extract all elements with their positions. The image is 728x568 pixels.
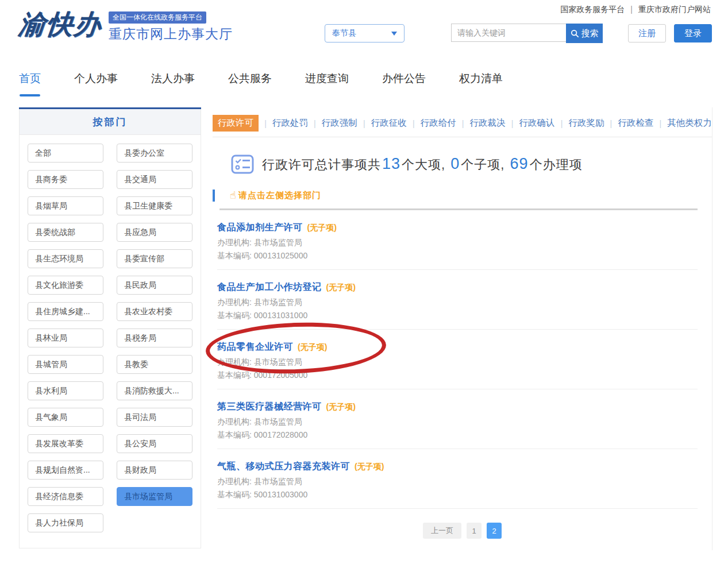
pagination-page-1[interactable]: 1 <box>467 523 482 539</box>
dept-button-9[interactable]: 县委宣传部 <box>117 249 192 268</box>
nav-item-2[interactable]: 法人办事 <box>151 71 195 88</box>
link-national-platform[interactable]: 国家政务服务平台 <box>560 5 625 14</box>
tab-separator <box>660 119 662 128</box>
dept-button-20[interactable]: 县气象局 <box>28 408 103 427</box>
tab-separator <box>314 119 316 128</box>
service-title-link[interactable]: 食品生产加工小作坊登记 <box>217 282 322 292</box>
service-item-2: 药品零售企业许可(无子项)办理机构: 县市场监管局基本编码: 000172005… <box>217 330 698 389</box>
dept-button-17[interactable]: 县教委 <box>117 355 192 374</box>
dept-button-7[interactable]: 县应急局 <box>117 223 192 242</box>
dept-button-23[interactable]: 县公安局 <box>117 434 192 453</box>
dept-button-16[interactable]: 县城管局 <box>28 355 103 374</box>
tab-1[interactable]: 行政处罚 <box>272 117 308 129</box>
handle-count: 69 <box>509 155 530 172</box>
dept-button-0[interactable]: 全部 <box>28 144 103 163</box>
pagination-prev-button[interactable]: 上一页 <box>423 523 461 539</box>
service-subitem-tag: (无子项) <box>355 462 384 471</box>
dept-button-18[interactable]: 县水利局 <box>28 381 103 400</box>
dept-button-6[interactable]: 县委统战部 <box>28 223 103 242</box>
nav-item-3[interactable]: 公共服务 <box>228 71 272 88</box>
dept-button-22[interactable]: 县发展改革委 <box>28 434 103 453</box>
dept-button-10[interactable]: 县文化旅游委 <box>28 276 103 295</box>
nav-item-5[interactable]: 办件公告 <box>382 71 426 88</box>
service-title-link[interactable]: 气瓶、移动式压力容器充装许可 <box>217 461 350 471</box>
tab-separator <box>610 119 613 128</box>
dept-button-14[interactable]: 县林业局 <box>28 329 103 347</box>
dept-button-3[interactable]: 县交通局 <box>117 170 192 189</box>
dept-button-11[interactable]: 县民政局 <box>117 276 192 295</box>
dept-button-13[interactable]: 县农业农村委 <box>117 302 192 321</box>
nav-item-6[interactable]: 权力清单 <box>459 71 503 88</box>
summary-row: 行政许可总计事项共13个大项, 0个子项, 69个办理项 <box>231 154 712 174</box>
search-button[interactable]: 搜索 <box>566 24 603 43</box>
search-input[interactable] <box>451 24 566 42</box>
service-title-row: 第三类医疗器械经营许可(无子项) <box>217 401 698 413</box>
tab-4[interactable]: 行政给付 <box>421 117 456 129</box>
service-item-0: 食品添加剂生产许可(无子项)办理机构: 县市场监管局基本编码: 00013102… <box>217 210 698 270</box>
dept-button-12[interactable]: 县住房城乡建... <box>28 302 103 321</box>
login-button[interactable]: 登录 <box>674 24 712 42</box>
service-subitem-tag: (无子项) <box>307 223 337 232</box>
dept-button-4[interactable]: 县烟草局 <box>28 196 103 215</box>
service-item-1: 食品生产加工小作坊登记(无子项)办理机构: 县市场监管局基本编码: 000131… <box>217 270 698 330</box>
region-label: 奉节县 <box>332 28 356 38</box>
tab-separator <box>511 119 514 128</box>
service-title-link[interactable]: 药品零售企业许可 <box>217 342 293 351</box>
service-title-row: 药品零售企业许可(无子项) <box>217 341 698 353</box>
dept-button-28[interactable]: 县人力社保局 <box>28 513 103 532</box>
dept-button-8[interactable]: 县生态环境局 <box>28 249 103 268</box>
nav-item-4[interactable]: 进度查询 <box>305 71 349 88</box>
service-title-link[interactable]: 食品添加剂生产许可 <box>217 222 303 232</box>
logo-wordmark: 渝快办 <box>17 8 103 40</box>
pointing-hand-icon <box>230 189 236 202</box>
summary-text: 行政许可总计事项共13个大项, 0个子项, 69个办理项 <box>262 155 583 173</box>
dept-button-21[interactable]: 县司法局 <box>117 408 192 427</box>
search-bar: 搜索 <box>451 24 603 43</box>
tab-0[interactable]: 行政许可 <box>213 115 259 132</box>
service-title-link[interactable]: 第三类医疗器械经营许可 <box>217 401 322 411</box>
search-icon <box>571 29 579 38</box>
caret-down-icon <box>391 32 397 36</box>
dept-button-15[interactable]: 县税务局 <box>117 329 192 347</box>
dept-button-5[interactable]: 县卫生健康委 <box>117 196 192 215</box>
dept-button-26[interactable]: 县经济信息委 <box>28 487 103 506</box>
service-subitem-tag: (无子项) <box>298 342 327 351</box>
tab-3[interactable]: 行政征收 <box>371 117 407 129</box>
site-header: 渝快办 全国一体化在线政务服务平台 重庆市网上办事大厅 国家政务服务平台重庆市政… <box>0 0 728 52</box>
dept-button-19[interactable]: 县消防救援大... <box>117 381 192 400</box>
logo: 渝快办 全国一体化在线政务服务平台 重庆市网上办事大厅 <box>19 8 233 43</box>
checklist-icon <box>231 154 254 174</box>
dept-button-1[interactable]: 县委办公室 <box>117 144 192 163</box>
region-selector[interactable]: 奉节县 <box>325 24 405 42</box>
tab-5[interactable]: 行政裁决 <box>470 117 506 129</box>
tab-8[interactable]: 行政检查 <box>618 117 653 129</box>
tab-separator <box>413 119 415 128</box>
major-count: 13 <box>381 155 402 172</box>
tab-7[interactable]: 行政奖励 <box>568 117 604 129</box>
main-layout: 按部门 全部县委办公室县商务委县交通局县烟草局县卫生健康委县委统战部县应急局县生… <box>0 107 728 550</box>
service-code: 基本编码: 000172028000 <box>217 430 698 439</box>
service-code: 基本编码: 500131003000 <box>217 490 698 499</box>
service-agency: 办理机构: 县市场监管局 <box>217 417 698 426</box>
tab-separator <box>561 119 563 128</box>
service-title-row: 气瓶、移动式压力容器充装许可(无子项) <box>217 461 698 473</box>
search-button-label: 搜索 <box>581 28 599 39</box>
dept-button-25[interactable]: 县财政局 <box>117 461 192 480</box>
tab-9[interactable]: 其他类权力 <box>667 117 712 129</box>
dept-button-2[interactable]: 县商务委 <box>28 170 103 189</box>
service-code: 基本编码: 000131025000 <box>217 251 698 260</box>
pagination-page-2[interactable]: 2 <box>487 523 502 539</box>
dept-button-24[interactable]: 县规划自然资... <box>28 461 103 480</box>
tab-6[interactable]: 行政确认 <box>519 117 555 129</box>
dept-button-27[interactable]: 县市场监管局 <box>117 487 192 506</box>
tab-separator <box>462 119 464 128</box>
content-panel: 行政许可行政处罚行政强制行政征收行政给付行政裁决行政确认行政奖励行政检查其他类权… <box>213 107 712 550</box>
nav-item-1[interactable]: 个人办事 <box>74 71 118 88</box>
tab-2[interactable]: 行政强制 <box>322 117 357 129</box>
link-cq-portal[interactable]: 重庆市政府门户网站 <box>638 5 711 14</box>
register-button[interactable]: 注册 <box>628 24 666 42</box>
hint-text: 请点击左侧选择部门 <box>238 190 321 201</box>
tab-separator <box>363 119 365 128</box>
tab-separator <box>264 119 267 128</box>
nav-item-0[interactable]: 首页 <box>19 71 41 88</box>
